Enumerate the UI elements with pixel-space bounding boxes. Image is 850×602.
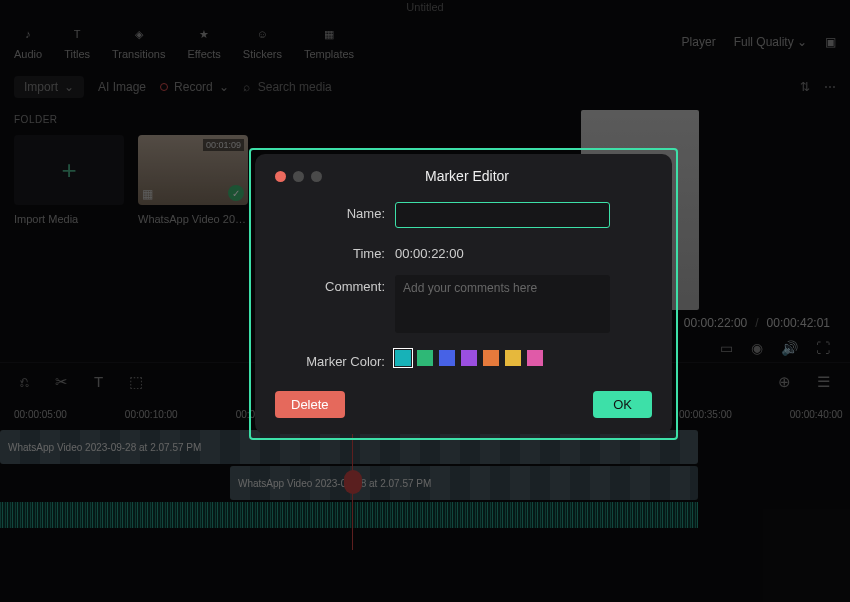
color-swatch-pink[interactable]	[527, 350, 543, 366]
name-label: Name:	[275, 202, 395, 221]
dialog-title: Marker Editor	[282, 168, 652, 184]
marker-editor-dialog: Marker Editor Name: Time: 00:00:22:00 Co…	[255, 154, 672, 434]
comment-label: Comment:	[275, 275, 395, 294]
color-swatch-blue[interactable]	[439, 350, 455, 366]
time-label: Time:	[275, 242, 395, 261]
ok-button[interactable]: OK	[593, 391, 652, 418]
color-swatch-yellow[interactable]	[505, 350, 521, 366]
delete-button[interactable]: Delete	[275, 391, 345, 418]
color-swatch-teal[interactable]	[395, 350, 411, 366]
marker-time-value: 00:00:22:00	[395, 242, 652, 261]
color-swatch-purple[interactable]	[461, 350, 477, 366]
color-swatch-orange[interactable]	[483, 350, 499, 366]
color-label: Marker Color:	[275, 350, 395, 369]
marker-name-input[interactable]	[395, 202, 610, 228]
color-swatch-green[interactable]	[417, 350, 433, 366]
marker-comment-input[interactable]	[395, 275, 610, 333]
